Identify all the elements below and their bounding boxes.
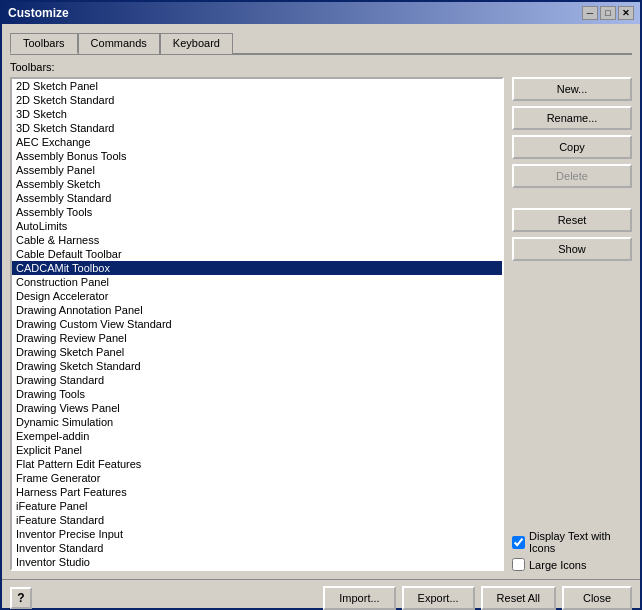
list-item[interactable]: Drawing Sketch Standard	[12, 359, 502, 373]
list-item[interactable]: CADCAMit Toolbox	[12, 261, 502, 275]
list-item[interactable]: Drawing Standard	[12, 373, 502, 387]
list-item[interactable]: Assembly Panel	[12, 163, 502, 177]
checkboxes-area: Display Text with Icons Large Icons	[512, 530, 632, 571]
list-item[interactable]: Drawing Tools	[12, 387, 502, 401]
list-item[interactable]: Inventor Precise Input	[12, 527, 502, 541]
window-title: Customize	[8, 6, 69, 20]
list-item[interactable]: Assembly Bonus Tools	[12, 149, 502, 163]
list-item[interactable]: Explicit Panel	[12, 443, 502, 457]
display-text-checkbox-label[interactable]: Display Text with Icons	[512, 530, 632, 554]
list-item[interactable]: Design Accelerator	[12, 289, 502, 303]
title-bar-controls: ─ □ ✕	[582, 6, 634, 20]
list-item[interactable]: Cable & Harness	[12, 233, 502, 247]
bottom-left: ?	[10, 587, 32, 609]
new-button[interactable]: New...	[512, 77, 632, 101]
list-item[interactable]: iFeature Panel	[12, 499, 502, 513]
list-item[interactable]: Cable Default Toolbar	[12, 247, 502, 261]
list-item[interactable]: Drawing Custom View Standard	[12, 317, 502, 331]
close-button[interactable]: ✕	[618, 6, 634, 20]
reset-button[interactable]: Reset	[512, 208, 632, 232]
list-item[interactable]: Drawing Review Panel	[12, 331, 502, 345]
list-item[interactable]: Drawing Annotation Panel	[12, 303, 502, 317]
right-panel: New... Rename... Copy Delete Reset Show …	[512, 61, 632, 571]
list-item[interactable]: Flat Pattern Edit Features	[12, 457, 502, 471]
tab-keyboard[interactable]: Keyboard	[160, 33, 233, 54]
large-icons-checkbox[interactable]	[512, 558, 525, 571]
list-item[interactable]: AutoLimits	[12, 219, 502, 233]
help-button[interactable]: ?	[10, 587, 32, 609]
list-item[interactable]: 3D Sketch	[12, 107, 502, 121]
tab-toolbars[interactable]: Toolbars	[10, 33, 78, 54]
list-item[interactable]: Inventor Studio	[12, 555, 502, 569]
tab-bar: Toolbars Commands Keyboard	[10, 32, 632, 55]
list-item[interactable]: Frame Generator	[12, 471, 502, 485]
display-text-label: Display Text with Icons	[529, 530, 632, 554]
copy-button[interactable]: Copy	[512, 135, 632, 159]
delete-button[interactable]: Delete	[512, 164, 632, 188]
list-item[interactable]: Drawing Sketch Panel	[12, 345, 502, 359]
rename-button[interactable]: Rename...	[512, 106, 632, 130]
maximize-button[interactable]: □	[600, 6, 616, 20]
list-item[interactable]: Assembly Standard	[12, 191, 502, 205]
main-area: Toolbars: 2D Sketch Panel2D Sketch Stand…	[10, 61, 632, 571]
list-item[interactable]: 2D Sketch Panel	[12, 79, 502, 93]
large-icons-checkbox-label[interactable]: Large Icons	[512, 558, 632, 571]
customize-dialog: Customize ─ □ ✕ Toolbars Commands Keyboa…	[0, 0, 642, 610]
list-item[interactable]: Harness Part Features	[12, 485, 502, 499]
toolbar-listbox[interactable]: 2D Sketch Panel2D Sketch Standard3D Sket…	[12, 79, 502, 569]
left-panel: Toolbars: 2D Sketch Panel2D Sketch Stand…	[10, 61, 504, 571]
list-item[interactable]: Assembly Sketch	[12, 177, 502, 191]
export-button[interactable]: Export...	[402, 586, 475, 610]
list-item[interactable]: Drawing Views Panel	[12, 401, 502, 415]
title-bar: Customize ─ □ ✕	[2, 2, 640, 24]
list-item[interactable]: iFeature Standard	[12, 513, 502, 527]
window-content: Toolbars Commands Keyboard Toolbars: 2D …	[2, 24, 640, 579]
bottom-right: Import... Export... Reset All Close	[323, 586, 632, 610]
display-text-checkbox[interactable]	[512, 536, 525, 549]
large-icons-label: Large Icons	[529, 559, 586, 571]
minimize-button[interactable]: ─	[582, 6, 598, 20]
list-item[interactable]: 3D Sketch Standard	[12, 121, 502, 135]
listbox-container: 2D Sketch Panel2D Sketch Standard3D Sket…	[10, 77, 504, 571]
list-item[interactable]: Construction Panel	[12, 275, 502, 289]
list-item[interactable]: Assembly Tools	[12, 205, 502, 219]
toolbars-label: Toolbars:	[10, 61, 504, 73]
bottom-bar: ? Import... Export... Reset All Close	[2, 579, 640, 610]
list-item[interactable]: Inventor Standard	[12, 541, 502, 555]
reset-all-button[interactable]: Reset All	[481, 586, 556, 610]
close-button-bottom[interactable]: Close	[562, 586, 632, 610]
show-button[interactable]: Show	[512, 237, 632, 261]
import-button[interactable]: Import...	[323, 586, 395, 610]
tab-commands[interactable]: Commands	[78, 33, 160, 54]
list-item[interactable]: Exempel-addin	[12, 429, 502, 443]
list-item[interactable]: AEC Exchange	[12, 135, 502, 149]
list-item[interactable]: Dynamic Simulation	[12, 415, 502, 429]
list-item[interactable]: 2D Sketch Standard	[12, 93, 502, 107]
